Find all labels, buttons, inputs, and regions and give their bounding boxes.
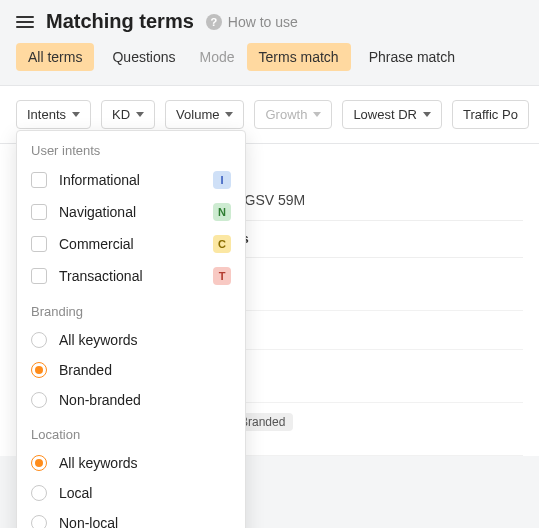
filter-volume[interactable]: Volume: [165, 100, 244, 129]
tab-bar: All terms Questions Mode Terms match Phr…: [0, 43, 539, 86]
location-non-local[interactable]: Non-local: [17, 508, 245, 528]
intents-dropdown: User intents InformationalI Navigational…: [16, 130, 246, 528]
radio[interactable]: [31, 485, 47, 501]
tab-terms-match[interactable]: Terms match: [247, 43, 351, 71]
location-all[interactable]: All keywords: [17, 448, 245, 478]
filter-lowest-dr[interactable]: Lowest DR: [342, 100, 442, 129]
branding-non-branded[interactable]: Non-branded: [17, 385, 245, 415]
chevron-down-icon: [423, 112, 431, 117]
how-to-use-label: How to use: [228, 14, 298, 30]
intent-navigational[interactable]: NavigationalN: [17, 196, 245, 228]
dropdown-section-user-intents: User intents: [17, 131, 245, 164]
radio-selected[interactable]: [31, 455, 47, 471]
intent-badge-t: T: [213, 267, 231, 285]
intent-badge-c: C: [213, 235, 231, 253]
branding-branded[interactable]: Branded: [17, 355, 245, 385]
intent-badge-i: I: [213, 171, 231, 189]
radio[interactable]: [31, 392, 47, 408]
radio[interactable]: [31, 515, 47, 528]
checkbox[interactable]: [31, 204, 47, 220]
checkbox[interactable]: [31, 268, 47, 284]
intent-transactional[interactable]: TransactionalT: [17, 260, 245, 292]
chevron-down-icon: [72, 112, 80, 117]
filter-kd[interactable]: KD: [101, 100, 155, 129]
tab-all-terms[interactable]: All terms: [16, 43, 94, 71]
filter-growth: Growth: [254, 100, 332, 129]
radio[interactable]: [31, 332, 47, 348]
checkbox[interactable]: [31, 236, 47, 252]
tab-mode-label: Mode: [194, 43, 241, 71]
menu-icon[interactable]: [16, 16, 34, 28]
branding-all[interactable]: All keywords: [17, 325, 245, 355]
tab-phrase-match[interactable]: Phrase match: [357, 43, 467, 71]
help-icon: ?: [206, 14, 222, 30]
chevron-down-icon: [313, 112, 321, 117]
filter-intents[interactable]: Intents: [16, 100, 91, 129]
summary-gsv: GSV 59M: [245, 192, 306, 208]
dropdown-section-location: Location: [17, 415, 245, 448]
col-intents[interactable]: Intents: [206, 231, 523, 247]
chevron-down-icon: [136, 112, 144, 117]
intent-commercial[interactable]: CommercialC: [17, 228, 245, 260]
tab-questions[interactable]: Questions: [100, 43, 187, 71]
chevron-down-icon: [225, 112, 233, 117]
filter-traffic[interactable]: Traffic Po: [452, 100, 529, 129]
filter-bar: Intents KD Volume Growth Lowest DR Traff…: [0, 86, 539, 144]
location-local[interactable]: Local: [17, 478, 245, 508]
intent-badge-n: N: [213, 203, 231, 221]
how-to-use-link[interactable]: ? How to use: [206, 14, 298, 30]
page-title: Matching terms: [46, 10, 194, 33]
intent-informational[interactable]: InformationalI: [17, 164, 245, 196]
radio-selected[interactable]: [31, 362, 47, 378]
checkbox[interactable]: [31, 172, 47, 188]
dropdown-section-branding: Branding: [17, 292, 245, 325]
